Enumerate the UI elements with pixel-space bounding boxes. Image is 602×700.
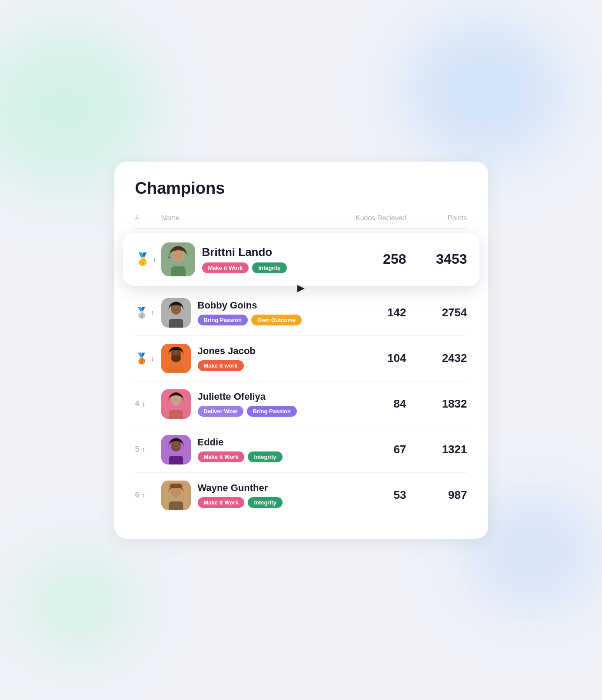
rank-cell-6: 6 ↑: [135, 491, 161, 500]
avatar-eddie: [161, 435, 191, 464]
trend-up-icon-1: ↑: [153, 255, 156, 263]
tag-integrity-6: Integrity: [248, 497, 282, 508]
trend-up-icon-2: ↑: [151, 309, 154, 317]
col-kudos-header: Kudos Recieved: [328, 214, 406, 222]
tag-make-it-work-1: Make it Work: [202, 262, 249, 273]
person-name-6: Wayne Gunther: [198, 482, 283, 494]
avatar-jones: [161, 344, 191, 373]
row-3[interactable]: 🥉 ↓ Jones Jacob Make it work: [135, 336, 467, 382]
rank-number-5: 5: [135, 445, 140, 454]
person-cell-2: Bobby Goins Bring Passion Own Outcome: [161, 298, 328, 328]
person-name-3: Jones Jacob: [198, 345, 256, 357]
person-info-3: Jones Jacob Make it work: [198, 345, 256, 371]
rank-cell-5: 5 ↑: [135, 445, 161, 454]
person-info-6: Wayne Gunther Make it Work Integrity: [198, 482, 283, 508]
silver-medal-icon: 🥈: [135, 307, 148, 319]
tag-make-it-work-3: Make it work: [198, 360, 244, 371]
rank-cell-1: 🥇 ↑: [135, 252, 161, 266]
person-info-5: Eddie Make it Work Integrity: [198, 437, 283, 462]
row-2[interactable]: 🥈 ↑ Bobby Goins Bring Passion Own Outcom…: [135, 290, 467, 336]
person-info-1: Brittni Lando Make it Work Integrity: [202, 245, 287, 273]
rank-cell-4: 4 ↓: [135, 399, 161, 408]
tags-3: Make it work: [198, 360, 256, 371]
tags-1: Make it Work Integrity: [202, 262, 287, 273]
person-name-5: Eddie: [198, 437, 283, 448]
points-1: 3453: [406, 251, 467, 267]
tags-5: Make it Work Integrity: [198, 451, 283, 462]
tag-deliver-wow-4: Deliver Wow: [198, 406, 243, 417]
kudos-1: 258: [328, 251, 406, 267]
points-3: 2432: [406, 352, 467, 365]
col-rank-header: #: [135, 214, 161, 222]
kudos-4: 84: [328, 397, 406, 411]
person-name-4: Juliette Ofeliya: [198, 391, 297, 402]
points-6: 987: [406, 488, 467, 502]
background-blob-green-bottom-left: [17, 552, 139, 657]
kudos-6: 53: [328, 488, 406, 502]
person-cell-3: Jones Jacob Make it work: [161, 344, 328, 373]
tags-4: Deliver Wow Bring Passion: [198, 406, 297, 417]
person-name-1: Brittni Lando: [202, 245, 287, 259]
trend-up-icon-6: ↑: [142, 491, 146, 499]
row-5[interactable]: 5 ↑ Eddie Make it Work Integrity: [135, 427, 467, 473]
person-cell-5: Eddie Make it Work Integrity: [161, 435, 328, 464]
tag-make-it-work-6: Make it Work: [198, 497, 245, 508]
svg-point-9: [171, 355, 181, 362]
person-cell-1: Brittni Lando Make it Work Integrity: [161, 242, 328, 276]
table-header: # Name Kudos Recieved Points: [135, 210, 467, 229]
tag-own-outcome-2: Own Outcome: [251, 315, 302, 325]
champions-card: Champions # Name Kudos Recieved Points 🥇…: [114, 162, 488, 539]
tag-make-it-work-5: Make it Work: [198, 451, 245, 462]
tag-integrity-1: Integrity: [252, 262, 286, 273]
col-points-header: Points: [406, 214, 467, 222]
points-4: 1832: [406, 397, 467, 411]
tag-bring-passion-4: Bring Passion: [247, 406, 297, 417]
tag-integrity-5: Integrity: [248, 451, 282, 462]
tags-6: Make it Work Integrity: [198, 497, 283, 508]
row-6[interactable]: 6 ↑ Wayne Gunther Make it Work: [135, 473, 467, 518]
points-5: 1321: [406, 443, 467, 456]
avatar-bobby: [161, 298, 191, 328]
avatar-wayne: [161, 481, 191, 510]
trend-down-icon-3: ↓: [151, 355, 154, 362]
trend-up-icon-5: ↑: [142, 446, 146, 454]
person-cell-6: Wayne Gunther Make it Work Integrity: [161, 481, 328, 510]
col-name-header: Name: [161, 214, 328, 222]
trend-down-icon-4: ↓: [142, 400, 146, 408]
kudos-2: 142: [328, 306, 406, 319]
points-2: 2754: [406, 306, 467, 319]
gold-medal-icon: 🥇: [135, 252, 150, 266]
row-4[interactable]: 4 ↓ Juliette Ofeliya Deliver Wow Bring P…: [135, 382, 467, 427]
first-place-row[interactable]: 🥇 ↑ Brittni Lando: [123, 233, 479, 286]
rank-number-6: 6: [135, 491, 140, 500]
avatar-brittni: [161, 242, 195, 276]
background-blob-blue-top-right: [402, 17, 567, 165]
tags-2: Bring Passion Own Outcome: [198, 315, 302, 325]
person-info-4: Juliette Ofeliya Deliver Wow Bring Passi…: [198, 391, 297, 417]
rank-cell-2: 🥈 ↑: [135, 307, 161, 319]
person-name-2: Bobby Goins: [198, 300, 302, 311]
person-cell-4: Juliette Ofeliya Deliver Wow Bring Passi…: [161, 389, 328, 419]
kudos-5: 67: [328, 443, 406, 456]
tag-bring-passion-2: Bring Passion: [198, 315, 248, 325]
rank-number-4: 4: [135, 399, 140, 408]
avatar-juliette: [161, 389, 191, 419]
person-info-2: Bobby Goins Bring Passion Own Outcome: [198, 300, 302, 325]
cursor-indicator: ▶: [297, 282, 305, 294]
page-title: Champions: [135, 179, 467, 198]
kudos-3: 104: [328, 352, 406, 365]
bronze-medal-icon: 🥉: [135, 352, 148, 365]
rank-cell-3: 🥉 ↓: [135, 352, 161, 365]
